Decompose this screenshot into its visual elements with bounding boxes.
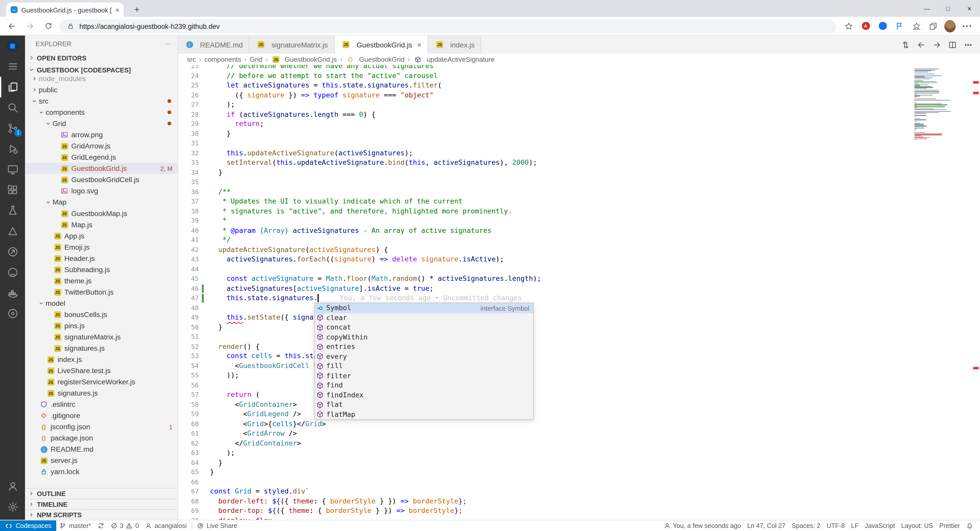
menu-icon[interactable] <box>0 56 25 77</box>
maximize-button[interactable]: □ <box>937 0 959 17</box>
run-debug-icon[interactable] <box>0 138 25 159</box>
suggestion-flat[interactable]: flat <box>315 400 533 410</box>
suggestion-fill[interactable]: fill <box>315 361 533 371</box>
tab-close-icon[interactable]: × <box>417 40 422 49</box>
tree-item-GridArrow.js[interactable]: JSGridArrow.js <box>25 140 178 152</box>
tree-item-.eslintrc[interactable]: .eslintrc <box>25 399 178 410</box>
remote-indicator[interactable]: Codespaces <box>0 520 56 531</box>
vertical-scrollbar[interactable] <box>971 65 980 520</box>
tree-item-package.json[interactable]: {}package.json <box>25 432 178 444</box>
refresh-icon[interactable] <box>41 19 55 33</box>
code-editor[interactable]: 23 // determine whether we have any actu… <box>178 65 980 520</box>
test-explorer-icon[interactable] <box>0 200 25 221</box>
tree-item-signatures.js[interactable]: JSsignatures.js <box>25 387 178 399</box>
live-share-icon[interactable] <box>0 241 25 262</box>
collections-icon[interactable] <box>928 21 939 32</box>
tree-item-GridLegend.js[interactable]: JSGridLegend.js <box>25 152 178 163</box>
tree-item-Emoji.js[interactable]: JSEmoji.js <box>25 241 178 253</box>
suggestion-flatMap[interactable]: flatMap <box>315 410 533 419</box>
code-line[interactable]: 42 updateActiveSignature(activeSignature… <box>178 245 912 255</box>
tree-item-server.js[interactable]: JSserver.js <box>25 455 178 466</box>
tree-item-signatureMatrix.js[interactable]: JSsignatureMatrix.js <box>25 331 178 342</box>
open-editors-section[interactable]: OPEN EDITORS <box>25 52 178 63</box>
suggestion-every[interactable]: every <box>315 352 533 361</box>
code-line[interactable]: 26 ({ signature }) => typeof signature =… <box>178 90 912 100</box>
tree-item-pins.js[interactable]: JSpins.js <box>25 320 178 331</box>
close-button[interactable]: × <box>959 0 980 17</box>
extensions-icon[interactable] <box>0 180 25 200</box>
more-actions-icon[interactable] <box>964 40 972 49</box>
new-tab-button[interactable]: + <box>130 3 144 16</box>
minimize-button[interactable]: — <box>916 0 937 17</box>
encoding[interactable]: UTF-8 <box>824 520 848 531</box>
profile-avatar[interactable] <box>944 21 956 32</box>
code-line[interactable]: 43 activeSignatures.forEach((signature) … <box>178 255 912 264</box>
code-line[interactable]: 49 this.setState({ signat <box>178 313 912 322</box>
notifications-bell[interactable] <box>963 520 976 531</box>
back-icon[interactable] <box>5 19 19 33</box>
code-line[interactable]: 33 setInterval(this.updateActiveSignatur… <box>178 158 912 168</box>
tree-item-App.js[interactable]: JSApp.js <box>25 230 178 241</box>
code-line[interactable]: 62 </GridContainer> <box>178 438 912 448</box>
tree-item-Map[interactable]: Map <box>25 197 178 208</box>
suggestion-findIndex[interactable]: findIndex <box>315 390 533 400</box>
flag-extension-icon[interactable] <box>894 21 905 32</box>
tree-item-Header.js[interactable]: JSHeader.js <box>25 253 178 264</box>
code-line[interactable]: 36 /** <box>178 187 912 197</box>
forward-icon[interactable] <box>23 19 37 33</box>
code-line[interactable]: 58 <GridContainer> <box>178 399 912 409</box>
tree-item-LiveShare.test.js[interactable]: JSLiveShare.test.js <box>25 365 178 376</box>
code-line[interactable]: 51 <box>178 332 912 342</box>
source-control-icon[interactable]: 1 <box>0 118 25 138</box>
minimap[interactable] <box>912 65 971 520</box>
tab-GuestbookGrid.js[interactable]: JSGuestbookGrid.js× <box>334 35 428 54</box>
browser-tab[interactable]: ‹› GuestbookGrid.js - guestbook [C × <box>6 3 124 17</box>
code-line[interactable]: 66 <box>178 477 912 487</box>
language-mode[interactable]: JavaScript <box>862 520 898 531</box>
code-line[interactable]: 55 )); <box>178 371 912 380</box>
sync-status[interactable] <box>94 520 107 531</box>
tree-item-logo.svg[interactable]: logo.svg <box>25 185 178 197</box>
favorites-bar-icon[interactable] <box>911 21 922 32</box>
tree-item-components[interactable]: components <box>25 106 178 118</box>
keyboard-layout[interactable]: Layout: US <box>898 520 936 531</box>
code-line[interactable]: 56 <box>178 380 912 390</box>
tree-item-model[interactable]: model <box>25 298 178 309</box>
code-line[interactable]: 50 } <box>178 322 912 332</box>
github-icon[interactable] <box>0 262 25 283</box>
suggestion-concat[interactable]: concat <box>315 323 533 332</box>
code-line[interactable]: 61 <GridArrow /> <box>178 429 912 438</box>
tree-item-Map.js[interactable]: JSMap.js <box>25 219 178 230</box>
code-line[interactable]: 64 } <box>178 458 912 468</box>
tree-item-src[interactable]: src <box>25 95 178 106</box>
split-editor-icon[interactable] <box>948 40 957 49</box>
code-line[interactable]: 28 if (activeSignatures.length === 0) { <box>178 109 912 119</box>
git-annotation-status[interactable]: You, a few seconds ago <box>660 520 744 531</box>
user-status[interactable]: acangialosi <box>142 520 189 531</box>
code-line[interactable]: 47 this.state.signatures.You, a few seco… <box>178 293 912 303</box>
branch-status[interactable]: master* <box>56 520 94 531</box>
azure-icon[interactable] <box>0 221 25 241</box>
suggestion-entries[interactable]: entries <box>315 342 533 352</box>
codespaces-logo-icon[interactable] <box>0 35 25 56</box>
tab-close-icon[interactable]: × <box>115 6 119 13</box>
browser-menu-icon[interactable]: ⋯ <box>961 21 973 32</box>
code-line[interactable]: 44 <box>178 264 912 274</box>
breadcrumb-item-Grid[interactable]: Grid <box>250 55 262 63</box>
code-line[interactable]: 53 const cells = this.sta <box>178 351 912 361</box>
breadcrumb-item-GuestbookGrid[interactable]: GuestbookGrid <box>345 55 404 63</box>
code-line[interactable]: 31 <box>178 138 912 148</box>
forward-icon[interactable] <box>932 40 941 49</box>
code-line[interactable]: 59 <GridLegend /> <box>178 409 912 419</box>
tab-index.js[interactable]: JSindex.js <box>428 35 481 54</box>
code-line[interactable]: 23 // determine whether we have any actu… <box>178 65 912 71</box>
suggestion-filter[interactable]: filter <box>315 371 533 380</box>
code-line[interactable]: 46 activeSignatures[activeSignature].isA… <box>178 284 912 293</box>
code-line[interactable]: 54 <GuestbookGridCell k <box>178 361 912 371</box>
suggestion-clear[interactable]: clear <box>315 313 533 323</box>
sidebar-more-icon[interactable]: ⋯ <box>165 40 172 48</box>
sidebar-section-npm-scripts[interactable]: NPM SCRIPTS <box>25 509 178 520</box>
suggestion-Symbol[interactable]: Symbolinterface Symbol <box>315 303 533 313</box>
tree-item-arrow.png[interactable]: arrow.png <box>25 129 178 140</box>
code-line[interactable]: 35 <box>178 177 912 187</box>
